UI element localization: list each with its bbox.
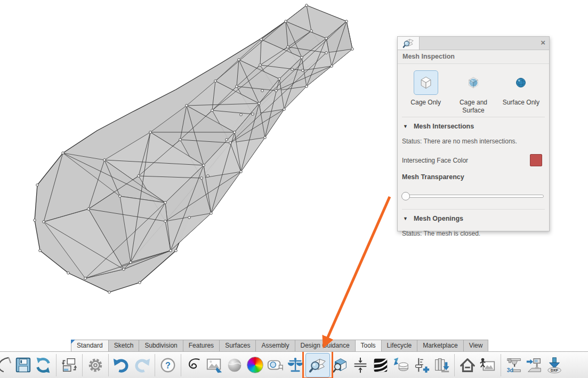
toolbar-button-home[interactable] [457,353,478,377]
close-icon[interactable]: × [541,38,545,46]
toolbar-button-undo[interactable] [111,353,132,377]
collapse-triangle-icon[interactable]: ▼ [403,216,408,221]
mesh-inspection-icon [402,37,414,49]
toolbar-button-print3d[interactable]: 3d [504,353,524,377]
tab-sketch[interactable]: Sketch [108,340,140,351]
toolbar-button-color-wheel[interactable] [245,353,265,377]
library-icon [432,356,450,374]
tab-surfaces[interactable]: Surfaces [219,340,256,351]
toolbar-button-sync[interactable] [33,353,53,377]
dialog-body: Cage Only Cage and Surface [398,64,549,237]
zebra-icon [372,356,390,374]
surface-only-button[interactable] [509,70,533,95]
mesh-openings-header[interactable]: ▼ Mesh Openings [402,215,545,222]
toolbar-button-help[interactable]: ? [158,353,178,377]
toolbar-button-mesh-inspection[interactable] [305,353,330,377]
view-mode-surface-only[interactable]: Surface Only [497,70,545,115]
section-divider [402,209,545,210]
mesh-intersections-header[interactable]: ▼ Mesh Intersections [402,123,545,130]
cage-and-surface-label: Cage and Surface [453,99,494,115]
toolbar-button-measure[interactable] [265,353,285,377]
sync-icon [34,356,52,374]
tab-marketplace[interactable]: Marketplace [417,340,463,351]
help-icon: ? [159,356,177,374]
toolbar-button-doc-exchange[interactable] [59,353,79,377]
appearance-icon [225,356,244,374]
surface-only-icon [513,75,528,90]
cage-only-label: Cage Only [406,99,446,115]
dialog-title: Mesh Inspection [398,50,549,64]
tab-assembly[interactable]: Assembly [255,340,295,351]
toolbar-button-appearance[interactable] [224,353,245,377]
toolbar-button-dxf[interactable]: DXF [544,353,565,377]
toolbar-separator [454,354,455,376]
cage-only-button[interactable] [414,70,438,95]
view-mode-cage-and-surface[interactable]: Cage and Surface [449,70,497,115]
mesh-transparency-label: Mesh Transparency [402,173,545,181]
capture-icon [479,356,497,374]
toolbar-button-mass-properties[interactable] [285,353,305,377]
tab-standard[interactable]: Standard [71,340,109,351]
toolbar-button-compare[interactable] [391,353,411,377]
section-divider [402,117,545,117]
thickness-icon [351,356,369,374]
tab-view[interactable]: View [463,340,489,351]
undo-icon [112,356,131,374]
tab-features[interactable]: Features [183,340,220,351]
toolbar-button-thickness[interactable] [350,353,370,377]
toolbar-button-gear[interactable] [85,353,106,377]
toolbar-button-save[interactable] [13,353,33,377]
svg-text:3d: 3d [507,367,513,373]
tab-tools[interactable]: Tools [355,340,382,351]
partial-icon [0,356,12,374]
toolbar-separator [155,354,155,376]
toolbar-button-zebra[interactable] [370,353,391,377]
toolbar-button-sensor[interactable] [411,353,431,377]
mesh-intersections-title: Mesh Intersections [414,123,474,130]
cage-and-surface-button[interactable] [461,70,486,95]
toolbar-separator [82,354,83,376]
color-wheel-icon [247,357,263,373]
redo-icon [133,356,151,374]
transparency-slider[interactable] [402,192,545,200]
tab-lifecycle[interactable]: Lifecycle [381,340,418,351]
slider-track[interactable] [402,195,544,198]
toolbar-button-redo[interactable] [132,353,152,377]
toolbar-button-partial[interactable] [0,353,13,377]
face-color-label: Intersecting Face Color [402,157,468,164]
home-icon [458,356,477,374]
view-mode-cage-only[interactable]: Cage Only [402,70,449,115]
dialog-tab-mesh-inspection[interactable] [398,37,420,50]
mesh-inspection-dialog: × Mesh Inspection Cage Only [397,36,550,231]
toolbar-separator [501,354,501,376]
dxf-icon: DXF [545,356,563,374]
toolbar-button-check-cube[interactable] [330,353,350,377]
toolbar-separator [181,354,181,376]
intersections-status: Status: There are no mesh intersections. [402,138,545,145]
toolbar-button-insert-image[interactable] [204,353,224,377]
toolbar-button-capture[interactable] [478,353,498,377]
face-color-swatch[interactable] [530,154,542,166]
mesh-inspection-icon [309,356,327,374]
surface-only-label: Surface Only [501,99,541,115]
check-cube-icon [331,356,349,374]
gear-icon [86,356,104,374]
doc-exchange-icon [60,356,78,374]
ribbon-tab-bar: StandardSketchSubdivisionFeaturesSurface… [71,340,488,351]
tab-fold-corner-icon [71,340,75,344]
slider-handle[interactable] [401,192,410,200]
view-mode-group: Cage Only Cage and Surface [402,70,545,115]
toolbar-button-library[interactable] [431,353,452,377]
tab-subdivision[interactable]: Subdivision [139,340,183,351]
tab-design-guidance[interactable]: Design Guidance [295,340,356,351]
toolbar-separator [108,354,109,376]
openings-status: Status: The mesh is closed. [402,230,545,237]
insert-image-icon [205,356,223,374]
toolbar-button-machine[interactable] [524,353,544,377]
sensor-icon [412,356,430,374]
bottom-toolbar: ?3dDXF [0,351,588,378]
mesh-openings-title: Mesh Openings [414,215,463,222]
svg-text:DXF: DXF [551,368,559,373]
collapse-triangle-icon[interactable]: ▼ [403,124,408,129]
toolbar-button-lasso[interactable] [184,353,204,377]
